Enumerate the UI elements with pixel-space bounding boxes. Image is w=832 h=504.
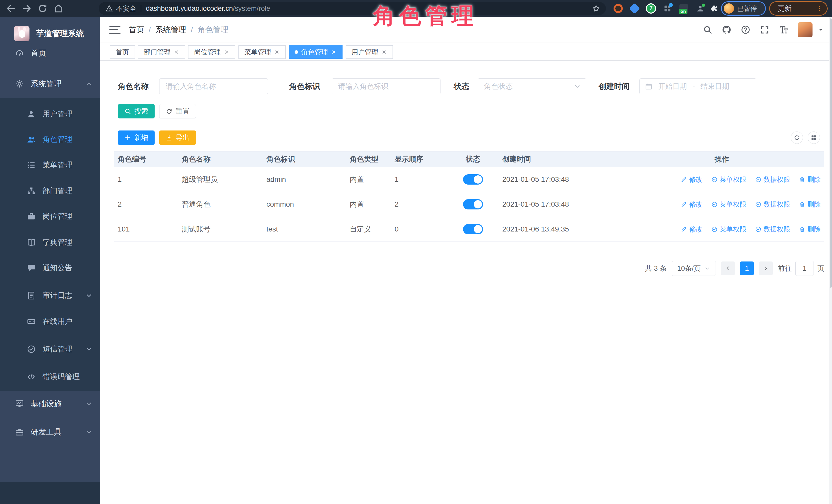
delete-link[interactable]: 删除 [799,225,821,234]
data-permission-link[interactable]: 数据权限 [755,175,790,184]
prev-page-button[interactable] [721,262,735,275]
edit-link[interactable]: 修改 [681,200,703,209]
data-permission-link[interactable]: 数据权限 [755,200,790,209]
scrollbar-thumb[interactable] [830,19,832,288]
annotation-role-management: 角色管理 [373,1,478,31]
app-logo [14,26,29,41]
breadcrumb-home[interactable]: 首页 [129,25,144,35]
goto-page-input[interactable] [795,261,814,276]
table-row[interactable]: 2 普通角色 common 内置 2 2021-01-05 17:03:48 修… [114,192,824,217]
tab-menus[interactable]: 菜单管理 [238,45,286,59]
extension-icon-4[interactable] [661,3,673,15]
status-toggle-on[interactable] [463,174,483,185]
browser-update-button[interactable]: 更新 [769,1,828,16]
role-name-input[interactable] [159,78,268,94]
sidebar-item-label: 错误码管理 [43,372,80,382]
delete-link[interactable]: 删除 [799,200,821,209]
profile-paused-pill[interactable]: 已暂停 [721,1,766,16]
browser-back-icon[interactable] [6,3,16,14]
font-size-icon[interactable] [779,25,788,35]
sidebar-item-departments[interactable]: 部门管理 [0,178,100,204]
search-icon[interactable] [703,25,712,35]
browser-home-icon[interactable] [53,3,63,14]
edit-link[interactable]: 修改 [681,175,703,184]
tab-home[interactable]: 首页 [110,45,135,59]
tab-roles-active[interactable]: 角色管理 [289,45,342,59]
sidebar-item-audit-logs[interactable]: 审计日志 [0,283,100,309]
table-row[interactable]: 101 测试账号 test 自定义 0 2021-01-06 13:49:35 … [114,217,824,242]
user-avatar[interactable] [798,22,812,37]
extension-icon-6[interactable] [694,3,706,15]
browser-menu-icon[interactable] [816,5,823,12]
sidebar-item-error-codes[interactable]: 错误码管理 [0,364,100,390]
search-button[interactable]: 搜索 [118,104,155,118]
extension-icon-5[interactable]: on [678,3,690,15]
close-icon[interactable] [381,49,387,55]
sidebar-item-dictionary[interactable]: 字典管理 [0,230,100,255]
col-header-key: 角色标识 [263,154,346,164]
data-permission-link[interactable]: 数据权限 [755,225,790,234]
sidebar-item-home[interactable]: 首页 [0,40,100,66]
browser-reload-icon[interactable] [37,3,48,14]
role-key-input[interactable] [332,78,441,94]
github-icon[interactable] [722,25,731,35]
page-number-active[interactable]: 1 [740,262,754,275]
tab-users[interactable]: 用户管理 [346,45,393,59]
edit-link[interactable]: 修改 [681,225,703,234]
column-settings-button[interactable] [808,132,820,144]
menu-permission-link[interactable]: 菜单权限 [711,200,746,209]
bookmark-star-icon[interactable] [592,4,600,12]
cell-role-id: 2 [114,200,178,208]
sidebar-item-system[interactable]: 系统管理 [0,71,100,97]
sidebar-item-menus[interactable]: 菜单管理 [0,152,100,178]
status-select[interactable]: 角色状态 [478,78,587,94]
status-toggle-on[interactable] [463,224,483,234]
close-icon[interactable] [331,49,337,55]
menu-permission-link[interactable]: 菜单权限 [711,225,746,234]
extension-icon-3[interactable]: 7 [645,3,657,15]
sidebar-item-online-users[interactable]: 在线用户 [0,309,100,334]
table-row[interactable]: 1 超级管理员 admin 内置 1 2021-01-05 17:03:48 修… [114,167,824,192]
export-button[interactable]: 导出 [159,131,196,145]
chevron-down-icon [704,265,710,271]
sidebar-item-roles[interactable]: 角色管理 [0,127,100,152]
chevron-down-icon [574,83,581,90]
tags-view-bar: 首页 部门管理 岗位管理 菜单管理 角色管理 [100,43,832,60]
address-bar[interactable]: 不安全 dashboard.yudao.iocoder.cn /system/r… [99,2,606,15]
browser-forward-icon[interactable] [22,3,32,14]
tab-label: 角色管理 [301,48,328,57]
next-page-button[interactable] [759,262,773,275]
download-icon [166,134,173,141]
menu-permission-link[interactable]: 菜单权限 [711,175,746,184]
extension-icon-2[interactable] [629,3,641,15]
tab-positions[interactable]: 岗位管理 [188,45,235,59]
close-icon[interactable] [274,49,280,55]
cell-role-id: 1 [114,175,178,184]
extensions-puzzle-icon[interactable] [708,3,720,15]
role-name-label: 角色名称 [118,78,149,94]
sidebar-item-sms[interactable]: 短信管理 [0,336,100,362]
close-icon[interactable] [224,49,230,55]
sidebar-item-dev-tools[interactable]: 研发工具 [0,419,100,445]
caret-down-icon[interactable] [817,27,824,33]
tab-departments[interactable]: 部门管理 [138,45,185,59]
reset-button[interactable]: 重置 [159,104,196,118]
sidebar-collapse-icon[interactable] [109,25,121,35]
close-icon[interactable] [174,49,179,55]
delete-link[interactable]: 删除 [799,175,821,184]
page-size-select[interactable]: 10条/页 [672,261,716,276]
help-icon[interactable] [741,25,751,35]
gem-extension-icon [629,3,640,14]
sidebar-item-users[interactable]: 用户管理 [0,101,100,127]
status-toggle-on[interactable] [463,199,483,209]
sidebar-item-infrastructure[interactable]: 基础设施 [0,391,100,417]
sidebar-item-notices[interactable]: 通知公告 [0,255,100,281]
fullscreen-icon[interactable] [760,25,770,35]
refresh-table-button[interactable] [791,132,803,144]
extension-icon-1[interactable] [612,3,624,15]
create-time-range-picker[interactable]: 开始日期 - 结束日期 [640,78,756,94]
add-button[interactable]: 新增 [118,131,155,145]
breadcrumb-system[interactable]: 系统管理 [155,25,186,35]
page-scrollbar[interactable] [829,17,832,504]
sidebar-item-positions[interactable]: 岗位管理 [0,204,100,229]
